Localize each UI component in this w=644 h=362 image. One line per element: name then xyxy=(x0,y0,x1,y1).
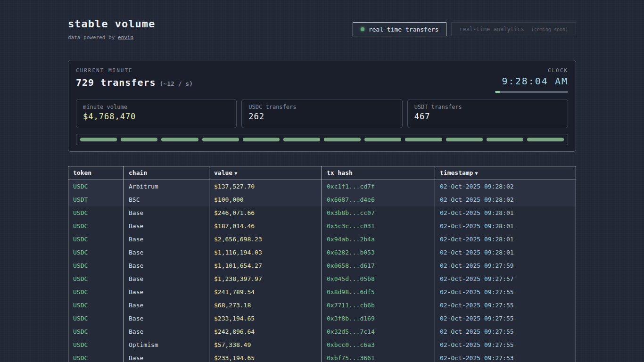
minute-segment xyxy=(487,138,523,141)
cell-tx-hash[interactable]: 0x6687...d4e6 xyxy=(322,193,435,206)
table-row: USDCBase$1,116,194.030x6282...b05302-Oct… xyxy=(68,246,576,259)
cell-value: $233,194.65 xyxy=(209,312,322,325)
table-row: USDCArbitrum$137,527.700xc1f1...cd7f02-O… xyxy=(68,180,576,193)
column-header-value[interactable]: value▼ xyxy=(209,166,322,180)
stat-value: 262 xyxy=(248,112,395,121)
cell-tx-hash[interactable]: 0x0658...d617 xyxy=(322,259,435,272)
stat-boxes: minute volume $4,768,470 USDC transfers … xyxy=(76,99,568,128)
cell-value: $2,656,698.23 xyxy=(209,233,322,246)
cell-tx-hash[interactable]: 0xc1f1...cd7f xyxy=(322,180,435,193)
tab-real-time-analytics[interactable]: real-time analytics (coming soon) xyxy=(451,22,576,36)
sort-desc-icon: ▼ xyxy=(234,171,237,176)
stat-value: $4,768,470 xyxy=(83,112,230,121)
column-header-timestamp[interactable]: timestamp▼ xyxy=(435,166,576,180)
table-row: USDCBase$242,896.640x32d5...7c1402-Oct-2… xyxy=(68,325,576,338)
cell-value: $57,338.49 xyxy=(209,338,322,352)
subtitle-text: data powered by xyxy=(68,34,115,41)
cell-tx-hash[interactable]: 0x32d5...7c14 xyxy=(322,325,435,338)
table-row: USDCBase$241,789.540x8d98...6df502-Oct-2… xyxy=(68,286,576,299)
minute-segment xyxy=(446,138,483,141)
cell-tx-hash[interactable]: 0x94ab...2b4a xyxy=(322,233,435,246)
cell-chain: Optimism xyxy=(124,338,209,352)
transfers-table: token chain value▼ tx hash timestamp▼ US… xyxy=(68,166,576,362)
cell-token: USDC xyxy=(68,220,124,233)
cell-token: USDC xyxy=(68,272,124,286)
cell-value: $246,071.66 xyxy=(209,206,322,220)
minute-segment xyxy=(121,138,157,141)
cell-value: $1,116,194.03 xyxy=(209,246,322,259)
minute-segments-bar xyxy=(76,134,568,145)
clock-time: 9:28:04 AM xyxy=(495,75,568,87)
cell-token: USDC xyxy=(68,246,124,259)
page-container: stable volume data powered by envio real… xyxy=(68,0,576,362)
table-row: USDCBase$187,014.460x5c3c...c03102-Oct-2… xyxy=(68,220,576,233)
table-header-row: token chain value▼ tx hash timestamp▼ xyxy=(68,166,576,180)
minute-segment xyxy=(202,138,239,141)
cell-chain: Base xyxy=(124,299,209,312)
minute-segment xyxy=(324,138,361,141)
tab-bar: real-time transfers real-time analytics … xyxy=(353,22,576,36)
cell-token: USDC xyxy=(68,352,124,362)
cell-token: USDC xyxy=(68,233,124,246)
clock-label: CLOCK xyxy=(495,67,568,74)
cell-chain: Base xyxy=(124,246,209,259)
cell-token: USDC xyxy=(68,312,124,325)
cell-timestamp: 02-Oct-2025 09:27:57 xyxy=(435,272,576,286)
cell-tx-hash[interactable]: 0x7711...cb6b xyxy=(322,299,435,312)
cell-token: USDC xyxy=(68,206,124,220)
stat-label: USDT transfers xyxy=(414,104,561,110)
table-row: USDCBase$246,071.660x3b8b...cc0702-Oct-2… xyxy=(68,206,576,220)
stat-box-usdc-transfers: USDC transfers 262 xyxy=(241,99,402,128)
cell-tx-hash[interactable]: 0x045d...05b8 xyxy=(322,272,435,286)
transfers-line: 729 transfers (~12 / s) xyxy=(76,77,193,88)
stat-value: 467 xyxy=(414,112,561,121)
cell-tx-hash[interactable]: 0x3f8b...d169 xyxy=(322,312,435,325)
cell-token: USDC xyxy=(68,259,124,272)
envio-link[interactable]: envio xyxy=(118,34,133,41)
cell-tx-hash[interactable]: 0xbf75...3661 xyxy=(322,352,435,362)
table-body: USDCArbitrum$137,527.700xc1f1...cd7f02-O… xyxy=(68,180,576,362)
cell-value: $68,273.18 xyxy=(209,299,322,312)
cell-timestamp: 02-Oct-2025 09:27:55 xyxy=(435,312,576,325)
cell-timestamp: 02-Oct-2025 09:27:55 xyxy=(435,338,576,352)
cell-chain: Base xyxy=(124,325,209,338)
table-row: USDCBase$233,194.650xbf75...366102-Oct-2… xyxy=(68,352,576,362)
cell-timestamp: 02-Oct-2025 09:28:01 xyxy=(435,206,576,220)
minute-segment xyxy=(243,138,280,141)
cell-tx-hash[interactable]: 0x5c3c...c031 xyxy=(322,220,435,233)
tab-label: real-time analytics xyxy=(459,26,524,33)
current-minute-card: CURRENT MINUTE 729 transfers (~12 / s) C… xyxy=(68,60,576,152)
cell-timestamp: 02-Oct-2025 09:28:01 xyxy=(435,220,576,233)
transfers-summary: CURRENT MINUTE 729 transfers (~12 / s) xyxy=(76,67,193,88)
cell-value: $100,000 xyxy=(209,193,322,206)
cell-token: USDT xyxy=(68,193,124,206)
cell-chain: Base xyxy=(124,352,209,362)
minute-segment xyxy=(527,138,564,141)
cell-tx-hash[interactable]: 0x6282...b053 xyxy=(322,246,435,259)
cell-value: $187,014.46 xyxy=(209,220,322,233)
cell-chain: Base xyxy=(124,220,209,233)
clock: CLOCK 9:28:04 AM xyxy=(495,67,568,93)
cell-token: USDC xyxy=(68,338,124,352)
cell-chain: BSC xyxy=(124,193,209,206)
column-header-chain: chain xyxy=(124,166,209,180)
coming-soon-badge: (coming soon) xyxy=(531,27,568,32)
card-top: CURRENT MINUTE 729 transfers (~12 / s) C… xyxy=(76,67,568,96)
stat-label: USDC transfers xyxy=(248,104,395,110)
cell-timestamp: 02-Oct-2025 09:28:01 xyxy=(435,246,576,259)
clock-seconds-fill xyxy=(495,91,500,93)
table-row: USDCBase$1,101,654.270x0658...d61702-Oct… xyxy=(68,259,576,272)
title-block: stable volume data powered by envio xyxy=(68,18,155,41)
cell-value: $242,896.64 xyxy=(209,325,322,338)
tab-real-time-transfers[interactable]: real-time transfers xyxy=(353,22,447,36)
column-header-tx-hash: tx hash xyxy=(322,166,435,180)
cell-tx-hash[interactable]: 0xbcc0...c6a3 xyxy=(322,338,435,352)
cell-value: $137,527.70 xyxy=(209,180,322,193)
cell-tx-hash[interactable]: 0x8d98...6df5 xyxy=(322,286,435,299)
cell-timestamp: 02-Oct-2025 09:28:01 xyxy=(435,233,576,246)
sort-desc-icon: ▼ xyxy=(475,171,478,176)
cell-tx-hash[interactable]: 0x3b8b...cc07 xyxy=(322,206,435,220)
page-header: stable volume data powered by envio real… xyxy=(68,18,576,41)
clock-seconds-progressbar xyxy=(495,91,568,93)
cell-token: USDC xyxy=(68,299,124,312)
